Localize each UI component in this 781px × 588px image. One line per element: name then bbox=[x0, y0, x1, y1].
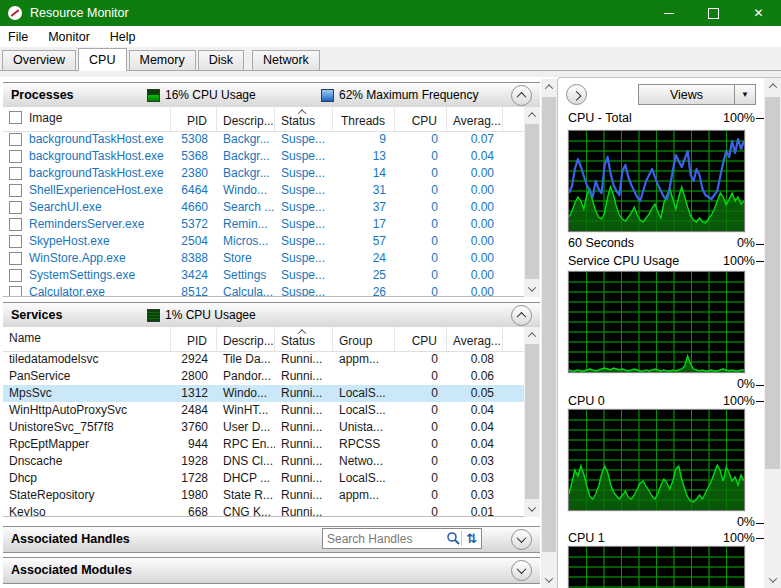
scroll-down-icon[interactable] bbox=[541, 572, 557, 588]
associated-handles-header[interactable]: Associated Handles ⇅ bbox=[3, 526, 540, 553]
row-checkbox[interactable] bbox=[9, 150, 22, 163]
service-row[interactable]: KeyIso668CNG K...Runni...00.01 bbox=[3, 504, 524, 516]
column-header-pid[interactable]: PID bbox=[171, 327, 217, 351]
scroll-up-icon[interactable] bbox=[524, 327, 540, 343]
services-header[interactable]: Services 1% CPU Usagee bbox=[3, 302, 540, 329]
menu-item-file[interactable]: File bbox=[0, 30, 38, 44]
cell: 0.00 bbox=[447, 165, 503, 182]
handles-expand-button[interactable] bbox=[511, 529, 532, 550]
column-header-image[interactable]: Image bbox=[3, 107, 171, 131]
cell: Suspe... bbox=[275, 216, 333, 233]
menu-item-help[interactable]: Help bbox=[100, 30, 146, 44]
refresh-icon[interactable]: ⇅ bbox=[462, 532, 481, 545]
close-button[interactable]: ✕ bbox=[736, 0, 781, 26]
search-icon[interactable] bbox=[446, 531, 461, 546]
service-row[interactable]: StateRepository1980State R...Runni...app… bbox=[3, 487, 524, 504]
services-collapse-button[interactable] bbox=[511, 305, 532, 326]
service-row[interactable]: Dhcp1728DHCP ...Runni...LocalS...00.03 bbox=[3, 470, 524, 487]
cell: Backgr... bbox=[217, 148, 275, 165]
row-checkbox[interactable] bbox=[9, 218, 22, 231]
left-pane-scrollbar[interactable] bbox=[541, 79, 557, 588]
service-row[interactable]: WinHttpAutoProxySvc2484WinHT...Runni...L… bbox=[3, 402, 524, 419]
row-checkbox[interactable] bbox=[9, 235, 22, 248]
service-row[interactable]: tiledatamodelsvc2924Tile Da...Runni...ap… bbox=[3, 351, 524, 368]
process-row[interactable]: ShellExperienceHost.exe6464Windo...Suspe… bbox=[3, 182, 524, 199]
row-checkbox[interactable] bbox=[9, 201, 22, 214]
service-row[interactable]: RpcEptMapper944RPC En...Runni...RPCSS00.… bbox=[3, 436, 524, 453]
modules-expand-button[interactable] bbox=[511, 560, 532, 581]
service-row[interactable]: PanService2800Pandor...Runni...00.06 bbox=[3, 368, 524, 385]
scroll-up-icon[interactable] bbox=[524, 107, 540, 123]
cell: 0.04 bbox=[447, 436, 503, 453]
process-row[interactable]: RemindersServer.exe5372Remin...Suspe...1… bbox=[3, 216, 524, 233]
column-header-descrip[interactable]: Descrip... bbox=[217, 107, 275, 131]
tab-network[interactable]: Network bbox=[252, 50, 320, 70]
tab-disk[interactable]: Disk bbox=[198, 50, 244, 70]
column-header-averag[interactable]: Averag... bbox=[447, 107, 503, 131]
tab-strip: OverviewCPUMemoryDiskNetwork bbox=[0, 47, 781, 71]
column-header-cpu[interactable]: CPU bbox=[395, 327, 447, 351]
column-header-name[interactable]: Name bbox=[3, 327, 171, 351]
cell: LocalS... bbox=[333, 385, 395, 402]
services-scrollbar[interactable] bbox=[524, 327, 540, 517]
row-checkbox[interactable] bbox=[9, 133, 22, 146]
cell: 8512 bbox=[171, 284, 217, 296]
column-header-cpu[interactable]: CPU bbox=[395, 107, 447, 131]
column-header-pid[interactable]: PID bbox=[171, 107, 217, 131]
scrollbar-thumb[interactable] bbox=[525, 124, 539, 279]
minimize-button[interactable] bbox=[646, 0, 691, 26]
process-row[interactable]: backgroundTaskHost.exe2380Backgr...Suspe… bbox=[3, 165, 524, 182]
search-handles-input[interactable] bbox=[323, 532, 446, 546]
scrollbar-thumb[interactable] bbox=[765, 97, 780, 469]
service-row[interactable]: MpsSvc1312Windo...Runni...LocalS...00.05 bbox=[3, 385, 524, 402]
scroll-down-icon[interactable] bbox=[524, 281, 540, 297]
scroll-down-icon[interactable] bbox=[524, 501, 540, 517]
process-row[interactable]: backgroundTaskHost.exe5368Backgr...Suspe… bbox=[3, 148, 524, 165]
cell: 37 bbox=[333, 199, 395, 216]
scroll-up-icon[interactable] bbox=[764, 78, 781, 94]
column-header-threads[interactable]: Threads bbox=[333, 107, 395, 131]
row-checkbox[interactable] bbox=[9, 184, 22, 197]
process-row[interactable]: SystemSettings.exe3424SettingsSuspe...25… bbox=[3, 267, 524, 284]
scrollbar-thumb[interactable] bbox=[525, 344, 539, 499]
cell: 0 bbox=[395, 216, 447, 233]
process-row[interactable]: SearchUI.exe4660Search ...Suspe...3700.0… bbox=[3, 199, 524, 216]
cell: 0.00 bbox=[447, 267, 503, 284]
associated-modules-header[interactable]: Associated Modules bbox=[3, 557, 540, 584]
process-row[interactable]: WinStore.App.exe8388StoreSuspe...2400.00 bbox=[3, 250, 524, 267]
column-header-group[interactable]: Group bbox=[333, 327, 395, 351]
tab-cpu[interactable]: CPU bbox=[78, 48, 126, 71]
panel-collapse-button[interactable] bbox=[566, 84, 587, 105]
cell: 25 bbox=[333, 267, 395, 284]
cell: 26 bbox=[333, 284, 395, 296]
cell: ShellExperienceHost.exe bbox=[3, 182, 171, 199]
menu-item-monitor[interactable]: Monitor bbox=[38, 30, 100, 44]
panel-scrollbar[interactable] bbox=[764, 78, 781, 588]
scroll-down-icon[interactable] bbox=[764, 572, 781, 588]
row-checkbox[interactable] bbox=[9, 269, 22, 282]
column-header-descrip[interactable]: Descrip... bbox=[217, 327, 275, 351]
tab-memory[interactable]: Memory bbox=[129, 50, 196, 70]
process-row[interactable]: Calculator.exe8512Calcula...Suspe...2600… bbox=[3, 284, 524, 296]
service-row[interactable]: UnistoreSvc_75f7f83760User D...Runni...U… bbox=[3, 419, 524, 436]
views-dropdown[interactable]: Views ▼ bbox=[638, 84, 756, 105]
process-row[interactable]: backgroundTaskHost.exe5308Backgr...Suspe… bbox=[3, 131, 524, 148]
processes-collapse-button[interactable] bbox=[511, 85, 532, 106]
row-checkbox[interactable] bbox=[9, 286, 22, 296]
process-row[interactable]: SkypeHost.exe2504Micros...Suspe...5700.0… bbox=[3, 233, 524, 250]
cell: 0 bbox=[395, 284, 447, 296]
processes-section: Processes 16% CPU Usage 62% Maximum Freq… bbox=[3, 82, 540, 297]
column-header-averag[interactable]: Averag... bbox=[447, 327, 503, 351]
maximize-button[interactable] bbox=[691, 0, 736, 26]
menu-bar: FileMonitorHelp bbox=[0, 26, 781, 47]
scroll-up-icon[interactable] bbox=[541, 79, 557, 95]
select-all-checkbox[interactable] bbox=[9, 111, 22, 124]
processes-header[interactable]: Processes 16% CPU Usage 62% Maximum Freq… bbox=[3, 82, 540, 109]
cell: Runni... bbox=[275, 402, 333, 419]
service-row[interactable]: Dnscache1928DNS Cl...Runni...Netwo...00.… bbox=[3, 453, 524, 470]
scrollbar-thumb[interactable] bbox=[542, 97, 556, 552]
row-checkbox[interactable] bbox=[9, 252, 22, 265]
processes-scrollbar[interactable] bbox=[524, 107, 540, 297]
row-checkbox[interactable] bbox=[9, 167, 22, 180]
tab-overview[interactable]: Overview bbox=[2, 50, 76, 70]
